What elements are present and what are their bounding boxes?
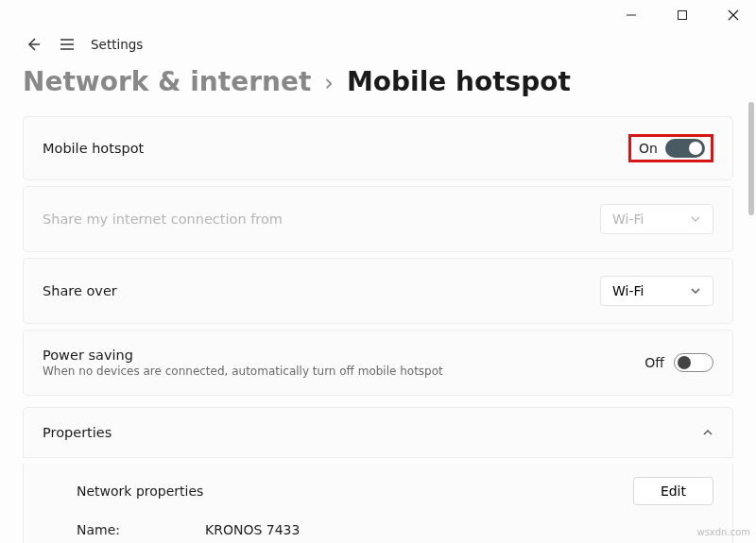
- back-button[interactable]: [23, 34, 43, 55]
- breadcrumb-root[interactable]: Network & internet: [23, 66, 311, 97]
- select-value: Wi-Fi: [612, 212, 644, 227]
- svg-rect-1: [679, 11, 687, 20]
- row-label: Power saving: [43, 348, 443, 363]
- property-value: KRONOS 7433: [205, 522, 300, 537]
- menu-button[interactable]: [57, 34, 77, 55]
- share-over-select[interactable]: Wi-Fi: [600, 276, 713, 306]
- hamburger-icon: [60, 37, 75, 52]
- row-power-saving: Power saving When no devices are connect…: [23, 330, 733, 396]
- chevron-down-icon: [690, 213, 701, 225]
- property-name-row: Name: KRONOS 7433: [77, 522, 713, 537]
- properties-expander[interactable]: Properties: [23, 407, 733, 458]
- breadcrumb: Network & internet › Mobile hotspot: [0, 59, 756, 116]
- toggle-state-text: Off: [644, 355, 664, 370]
- edit-button[interactable]: Edit: [633, 477, 713, 505]
- chevron-down-icon: [690, 285, 701, 297]
- page-title: Mobile hotspot: [347, 66, 571, 97]
- toggle-state-text: On: [639, 141, 658, 156]
- maximize-icon: [677, 9, 688, 21]
- network-properties-label: Network properties: [77, 484, 203, 499]
- row-mobile-hotspot: Mobile hotspot On: [23, 116, 733, 180]
- row-label: Share my internet connection from: [43, 212, 283, 227]
- properties-header-label: Properties: [43, 425, 112, 440]
- window-maximize-button[interactable]: [665, 0, 699, 30]
- chevron-up-icon: [702, 427, 713, 438]
- app-title: Settings: [91, 37, 143, 52]
- highlight-hotspot-toggle: On: [628, 134, 713, 162]
- row-sublabel: When no devices are connected, automatic…: [43, 365, 443, 378]
- row-label: Mobile hotspot: [43, 141, 144, 156]
- minimize-icon: [626, 9, 637, 21]
- row-label: Share over: [43, 283, 117, 298]
- share-from-select[interactable]: Wi-Fi: [600, 204, 713, 234]
- power-saving-toggle[interactable]: [674, 353, 713, 372]
- arrow-left-icon: [26, 37, 41, 52]
- window-titlebar: [0, 0, 756, 30]
- vertical-scrollbar[interactable]: [748, 102, 754, 215]
- settings-content: Mobile hotspot On Share my internet conn…: [0, 116, 756, 543]
- window-close-button[interactable]: [716, 0, 750, 30]
- row-share-from: Share my internet connection from Wi-Fi: [23, 186, 733, 252]
- window-minimize-button[interactable]: [614, 0, 648, 30]
- hotspot-toggle[interactable]: [665, 139, 705, 158]
- property-key: Name:: [77, 522, 120, 537]
- select-value: Wi-Fi: [612, 283, 644, 298]
- chevron-right-icon: ›: [324, 70, 334, 96]
- close-icon: [728, 9, 739, 21]
- properties-body: Network properties Edit Name: KRONOS 743…: [23, 464, 733, 543]
- top-nav: Settings: [0, 30, 756, 59]
- row-share-over: Share over Wi-Fi: [23, 258, 733, 324]
- watermark: wsxdn.com: [696, 527, 750, 537]
